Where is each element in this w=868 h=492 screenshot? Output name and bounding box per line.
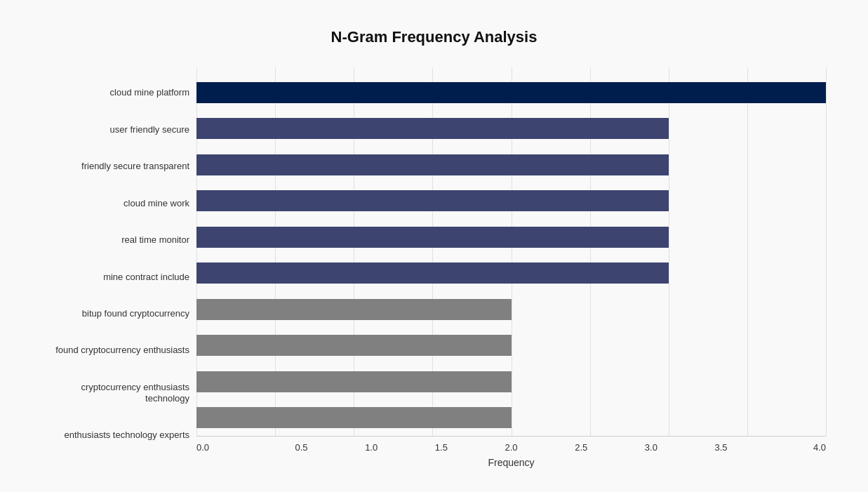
- bars-section: [196, 67, 826, 436]
- bar-row: [196, 222, 826, 253]
- x-tick: 4.0: [756, 442, 826, 453]
- bar-row: [196, 258, 826, 288]
- x-tick: 0.5: [267, 442, 337, 453]
- bar-row: [196, 294, 826, 325]
- chart-container: N-Gram Frequency Analysis cloud mine pla…: [14, 14, 854, 492]
- x-tick: 3.5: [686, 442, 756, 453]
- y-label: user friendly secure: [110, 124, 189, 135]
- y-label: cloud mine platform: [110, 87, 189, 98]
- grid-line: [826, 67, 827, 436]
- x-ticks: 0.00.51.01.52.02.53.03.54.0: [196, 442, 826, 453]
- chart-area: cloud mine platformuser friendly securef…: [42, 67, 826, 474]
- x-tick: 1.0: [336, 442, 406, 453]
- x-tick: 3.0: [616, 442, 686, 453]
- bar-row: [196, 77, 826, 108]
- axis-line: [196, 436, 826, 437]
- bar-row: [196, 185, 826, 216]
- bar: [196, 190, 669, 211]
- bar: [196, 154, 669, 175]
- x-tick: 0.0: [196, 442, 267, 453]
- y-label: friendly secure transparent: [81, 161, 189, 172]
- x-tick: 2.0: [476, 442, 547, 453]
- bar-row: [196, 330, 826, 361]
- bar: [196, 371, 512, 392]
- chart-title: N-Gram Frequency Analysis: [42, 28, 826, 46]
- x-tick: 1.5: [406, 442, 476, 453]
- bars-and-xaxis: 0.00.51.01.52.02.53.03.54.0 Frequency: [196, 67, 826, 474]
- bar: [196, 118, 669, 139]
- bar-row: [196, 366, 826, 397]
- y-label: cryptocurrency enthusiasts technology: [42, 382, 189, 404]
- bar: [196, 335, 512, 356]
- bar-row: [196, 113, 826, 144]
- y-label: real time monitor: [121, 234, 189, 246]
- y-label: found cryptocurrency enthusiasts: [55, 345, 189, 356]
- bar: [196, 299, 512, 320]
- bar: [196, 227, 669, 248]
- x-tick: 2.5: [546, 442, 616, 453]
- bar: [196, 262, 669, 284]
- bar: [196, 407, 512, 428]
- y-label: cloud mine work: [123, 198, 189, 209]
- y-labels: cloud mine platformuser friendly securef…: [42, 67, 196, 474]
- y-label: enthusiasts technology experts: [65, 430, 190, 441]
- bar: [196, 82, 826, 103]
- x-axis: 0.00.51.01.52.02.53.03.54.0 Frequency: [196, 439, 826, 474]
- bar-row: [196, 402, 826, 433]
- y-label: bitup found cryptocurrency: [82, 308, 189, 319]
- x-axis-label: Frequency: [196, 457, 826, 468]
- y-label: mine contract include: [103, 272, 189, 283]
- bar-row: [196, 149, 826, 180]
